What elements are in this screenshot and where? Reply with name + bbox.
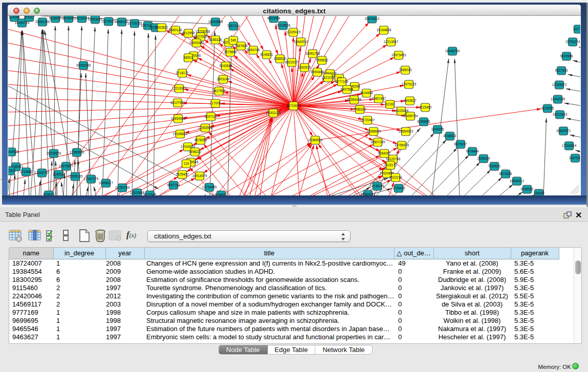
svg-text:10654928: 10654928 xyxy=(171,117,186,120)
svg-text:1615172: 1615172 xyxy=(384,163,397,167)
svg-text:7986322: 7986322 xyxy=(354,107,366,111)
svg-text:19564041: 19564041 xyxy=(361,192,376,195)
svg-text:9136059: 9136059 xyxy=(49,16,62,20)
svg-text:1621072: 1621072 xyxy=(322,76,335,79)
svg-text:12353594: 12353594 xyxy=(198,126,213,129)
svg-text:3267110: 3267110 xyxy=(205,115,217,118)
svg-text:1362615: 1362615 xyxy=(298,65,311,69)
svg-text:7357224: 7357224 xyxy=(227,24,240,28)
svg-text:11325419: 11325419 xyxy=(286,30,300,34)
svg-text:25302135: 25302135 xyxy=(266,111,281,115)
svg-text:10807487: 10807487 xyxy=(372,97,386,100)
svg-text:8813054: 8813054 xyxy=(268,16,280,20)
svg-text:8990448: 8990448 xyxy=(311,70,324,74)
svg-text:9227343: 9227343 xyxy=(555,69,568,72)
svg-text:16107552: 16107552 xyxy=(170,101,185,104)
svg-text:9463627: 9463627 xyxy=(404,99,417,102)
svg-text:17016504: 17016504 xyxy=(562,144,577,147)
svg-text:12213967: 12213967 xyxy=(384,40,399,43)
svg-text:8471626: 8471626 xyxy=(499,172,512,176)
svg-text:16120746: 16120746 xyxy=(386,157,401,161)
svg-text:7632621: 7632621 xyxy=(488,164,501,168)
svg-text:16448784: 16448784 xyxy=(445,49,460,53)
svg-text:16154808: 16154808 xyxy=(377,28,391,32)
svg-text:3215955: 3215955 xyxy=(541,106,554,110)
svg-text:18724007: 18724007 xyxy=(286,104,301,107)
svg-text:13640910: 13640910 xyxy=(294,40,309,43)
svg-text:9277945: 9277945 xyxy=(144,193,157,195)
svg-text:9234062: 9234062 xyxy=(215,193,228,195)
svg-text:8912954: 8912954 xyxy=(182,31,195,35)
svg-text:15720407: 15720407 xyxy=(360,118,375,122)
svg-text:20053346: 20053346 xyxy=(76,63,91,67)
svg-text:8186328: 8186328 xyxy=(209,38,222,41)
svg-text:16033809: 16033809 xyxy=(208,20,223,24)
svg-text:20691406: 20691406 xyxy=(35,20,50,24)
svg-text:7485003: 7485003 xyxy=(399,68,412,72)
svg-text:7955812: 7955812 xyxy=(316,58,329,62)
svg-text:6466160: 6466160 xyxy=(116,20,128,24)
svg-text:3624554: 3624554 xyxy=(360,91,373,95)
svg-text:117006: 117006 xyxy=(210,101,221,105)
svg-text:10653267: 10653267 xyxy=(88,17,103,21)
svg-text:15276021: 15276021 xyxy=(101,19,116,23)
svg-text:2367608: 2367608 xyxy=(235,44,248,48)
svg-text:9657794: 9657794 xyxy=(167,183,180,187)
svg-text:9777169: 9777169 xyxy=(336,80,349,83)
svg-text:8909995: 8909995 xyxy=(62,16,75,20)
svg-text:10975857: 10975857 xyxy=(59,164,74,168)
svg-text:16961758: 16961758 xyxy=(306,52,320,55)
svg-text:10914479: 10914479 xyxy=(192,174,207,178)
svg-text:1733426: 1733426 xyxy=(393,186,405,190)
svg-text:16782759: 16782759 xyxy=(115,186,130,189)
svg-text:12444195: 12444195 xyxy=(551,97,565,101)
svg-text:214055: 214055 xyxy=(9,16,20,19)
svg-text:1644095: 1644095 xyxy=(431,127,444,131)
svg-text:1167533: 1167533 xyxy=(569,156,580,160)
svg-text:9115460: 9115460 xyxy=(419,105,432,109)
svg-text:16543382: 16543382 xyxy=(189,41,204,45)
svg-text:10973493: 10973493 xyxy=(391,53,406,57)
svg-text:3878352: 3878352 xyxy=(194,138,207,142)
svg-text:12342737: 12342737 xyxy=(35,171,50,174)
svg-text:20364436: 20364436 xyxy=(347,98,362,101)
svg-text:15751074: 15751074 xyxy=(565,40,580,43)
svg-text:124: 124 xyxy=(184,162,189,165)
svg-text:18807249: 18807249 xyxy=(371,140,385,144)
svg-text:9427552: 9427552 xyxy=(213,89,226,93)
svg-text:903512: 903512 xyxy=(43,193,54,195)
svg-text:2522214: 2522214 xyxy=(389,176,402,179)
svg-text:12213383: 12213383 xyxy=(172,86,187,90)
svg-text:7625402: 7625402 xyxy=(176,172,189,176)
svg-text:546: 546 xyxy=(231,38,236,42)
svg-text:8454749: 8454749 xyxy=(247,48,260,52)
svg-text:10756926: 10756926 xyxy=(395,143,409,147)
svg-text:10958117: 10958117 xyxy=(99,181,113,185)
svg-text:17957275: 17957275 xyxy=(84,177,99,181)
svg-text:12093872: 12093872 xyxy=(552,83,567,86)
svg-text:20876612: 20876612 xyxy=(365,17,380,20)
svg-text:12505135: 12505135 xyxy=(68,174,83,178)
svg-text:26160526: 26160526 xyxy=(8,150,19,154)
svg-text:98901: 98901 xyxy=(184,56,193,59)
svg-text:111733: 111733 xyxy=(573,27,580,31)
svg-text:1498222: 1498222 xyxy=(189,150,202,154)
svg-text:6099695: 6099695 xyxy=(418,120,430,123)
svg-text:1215682: 1215682 xyxy=(20,170,33,173)
svg-text:19218506: 19218506 xyxy=(276,24,291,27)
svg-text:10234117: 10234117 xyxy=(75,16,89,20)
svg-text:391511: 391511 xyxy=(8,169,16,172)
svg-text:1145114: 1145114 xyxy=(53,172,65,176)
svg-text:7663822: 7663822 xyxy=(156,26,168,29)
svg-text:9474444: 9474444 xyxy=(466,149,479,153)
svg-text:19166827: 19166827 xyxy=(173,132,188,136)
svg-text:8660124: 8660124 xyxy=(169,28,182,32)
svg-text:9146821: 9146821 xyxy=(260,53,273,56)
svg-text:19654923: 19654923 xyxy=(399,129,413,133)
svg-text:17359936: 17359936 xyxy=(70,150,84,154)
svg-text:6879197: 6879197 xyxy=(454,142,467,146)
svg-text:14136141: 14136141 xyxy=(370,184,385,188)
svg-text:2718172: 2718172 xyxy=(176,71,189,75)
svg-text:3675685: 3675685 xyxy=(224,50,237,54)
svg-text:10688609: 10688609 xyxy=(366,129,381,133)
